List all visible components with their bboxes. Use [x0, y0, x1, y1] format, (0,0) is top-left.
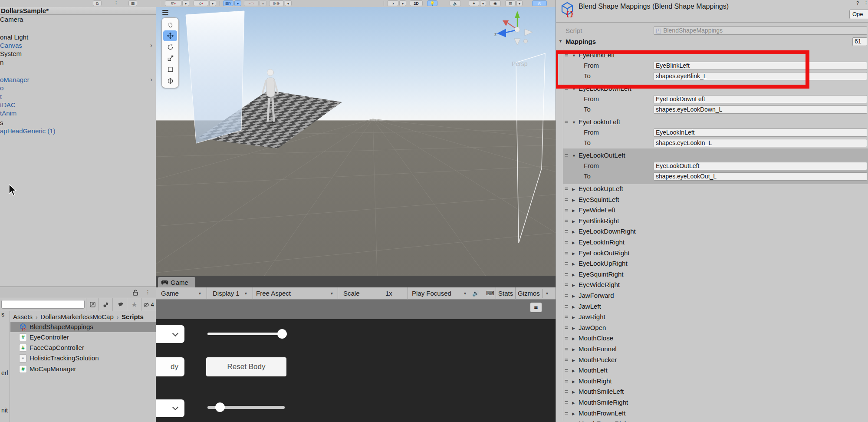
- mapping-item-header[interactable]: =▼EyeLookOutLeft: [564, 151, 867, 160]
- handle-rotation-dropdown[interactable]: ▾: [209, 0, 216, 6]
- foldout-open-icon[interactable]: ▼: [572, 118, 576, 127]
- mapping-item-header[interactable]: =▶JawRight: [564, 312, 867, 322]
- drag-handle-icon[interactable]: =: [565, 312, 568, 322]
- mapping-to-field[interactable]: shapes.eyeLookOut_L: [654, 172, 867, 181]
- foldout-closed-icon[interactable]: ▶: [572, 238, 575, 247]
- audio-toggle-button[interactable]: 🔈: [450, 0, 461, 6]
- tree-fragment[interactable]: erl: [1, 369, 8, 377]
- tree-fragment[interactable]: nit: [1, 406, 8, 415]
- drag-handle-icon[interactable]: =: [565, 355, 568, 365]
- expand-arrow-icon[interactable]: ›: [150, 76, 152, 84]
- mapping-item-header[interactable]: =▶EyeSquintRight: [564, 270, 867, 279]
- hierarchy-item[interactable]: n: [0, 58, 156, 66]
- hierarchy-item[interactable]: oManager›: [0, 76, 156, 84]
- foldout-closed-icon[interactable]: ▶: [572, 217, 575, 226]
- mapping-item-header[interactable]: =▼EyeLookInLeft: [564, 117, 867, 127]
- mapping-item-header[interactable]: =▶EyeWideLeft: [564, 205, 867, 215]
- avatar-dropdown-stub[interactable]: [156, 325, 184, 343]
- handle-rotation-button[interactable]: ⬦•: [194, 0, 208, 6]
- more-options-icon[interactable]: ⋮: [114, 0, 118, 6]
- project-file-row[interactable]: #FaceCapController: [10, 343, 156, 353]
- drag-handle-icon[interactable]: =: [565, 227, 568, 236]
- hand-tool-button[interactable]: [163, 19, 177, 30]
- reset-body-button[interactable]: Reset Body: [206, 357, 286, 376]
- gizmos-dropdown-icon[interactable]: ▾: [546, 287, 548, 300]
- shading-mode-dropdown[interactable]: ▾: [399, 0, 406, 6]
- mapping-from-field[interactable]: EyeLookInLeft: [654, 129, 867, 137]
- game-menu-button[interactable]: ≡: [530, 303, 542, 312]
- drag-handle-icon[interactable]: =: [565, 248, 568, 258]
- foldout-open-icon[interactable]: ▼: [572, 51, 576, 60]
- foldout-closed-icon[interactable]: ▶: [572, 345, 575, 354]
- mapping-item-header[interactable]: =▶MouthLeft: [564, 366, 867, 375]
- scene-header-row[interactable]: DollarsSample*: [0, 7, 156, 15]
- help-icon[interactable]: ?: [856, 0, 859, 6]
- foldout-closed-icon[interactable]: ▶: [572, 409, 575, 419]
- foldout-closed-icon[interactable]: ▶: [572, 280, 575, 290]
- increment-snap-dropdown[interactable]: ▾: [260, 0, 266, 6]
- foldout-closed-icon[interactable]: ▶: [572, 270, 575, 280]
- drag-handle-icon[interactable]: =: [565, 205, 568, 215]
- drag-handle-icon[interactable]: =: [565, 184, 568, 194]
- drag-handle-icon[interactable]: =: [565, 50, 568, 60]
- drag-handle-icon[interactable]: =: [565, 398, 568, 407]
- component-tools-button[interactable]: ◎: [532, 0, 547, 6]
- rotate-tool-button[interactable]: [163, 42, 177, 53]
- ruler-tool-dropdown[interactable]: ▾: [285, 0, 292, 6]
- 2d-toggle-button[interactable]: 2D: [410, 0, 423, 6]
- mapping-item-header[interactable]: =▼EyeLookDownLeft: [564, 84, 867, 93]
- chevron-down-icon[interactable]: ▾: [199, 287, 201, 300]
- reset-body-left-fragment[interactable]: dy: [156, 357, 184, 376]
- package-filter-icon[interactable]: [98, 298, 113, 311]
- foldout-closed-icon[interactable]: ▶: [572, 227, 575, 237]
- mapping-item-header[interactable]: =▶EyeLookUpRight: [564, 259, 867, 268]
- hierarchy-item[interactable]: Camera: [0, 15, 156, 23]
- chevron-down-icon[interactable]: ▾: [245, 287, 247, 300]
- script-field[interactable]: ◳ BlendShapeMappings: [654, 26, 867, 35]
- mapping-from-field[interactable]: EyeLookOutLeft: [654, 162, 867, 170]
- foldout-closed-icon[interactable]: ▶: [572, 313, 575, 322]
- hierarchy-item[interactable]: o: [0, 84, 156, 92]
- mapping-to-field[interactable]: shapes.eyeBlink_L: [654, 72, 867, 80]
- mapping-item-header[interactable]: =▶JawOpen: [564, 323, 867, 333]
- drag-handle-icon[interactable]: =: [565, 291, 568, 300]
- ruler-tool-button[interactable]: ⊪⊪: [269, 0, 284, 6]
- foldout-closed-icon[interactable]: ▶: [572, 249, 575, 258]
- handle-position-button[interactable]: ◱•: [165, 0, 181, 6]
- mapping-item-header[interactable]: =▶EyeLookDownRight: [564, 227, 867, 236]
- gizmos-button[interactable]: Gizmos: [518, 287, 540, 300]
- kebab-menu-icon[interactable]: ⋮: [864, 0, 868, 6]
- foldout-closed-icon[interactable]: ▶: [572, 323, 575, 333]
- favorites-filter-icon[interactable]: ★: [127, 298, 141, 311]
- lock-icon[interactable]: [133, 290, 138, 296]
- hierarchy-item[interactable]: System: [0, 49, 156, 58]
- foldout-closed-icon[interactable]: ▶: [572, 356, 575, 365]
- project-column-divider[interactable]: [10, 311, 10, 422]
- scale-tool-button[interactable]: [163, 53, 177, 64]
- project-kebab-icon[interactable]: ⋮: [145, 289, 151, 295]
- mappings-label[interactable]: Mappings: [566, 38, 596, 45]
- hierarchy-item[interactable]: [0, 67, 156, 75]
- hierarchy-item[interactable]: t: [0, 92, 156, 101]
- drag-handle-icon[interactable]: =: [565, 376, 568, 386]
- mapping-item-header[interactable]: =▶MouthFrownRight: [564, 419, 867, 422]
- tree-fragment[interactable]: s: [1, 310, 4, 319]
- foldout-open-icon[interactable]: ▼: [572, 84, 576, 94]
- expand-arrow-icon[interactable]: ›: [150, 41, 152, 49]
- hierarchy-item[interactable]: Canvas›: [0, 41, 156, 49]
- breadcrumb-assets[interactable]: Assets: [13, 313, 33, 320]
- mapping-from-field[interactable]: EyeLookDownLeft: [654, 95, 867, 103]
- hierarchy-item[interactable]: tAnim: [0, 109, 156, 117]
- drag-handle-icon[interactable]: =: [565, 151, 568, 160]
- mapping-item-header[interactable]: =▶EyeLookUpLeft: [564, 184, 867, 194]
- mapping-item-header[interactable]: =▶JawForward: [564, 291, 867, 300]
- mapping-item-header[interactable]: =▶MouthClose: [564, 333, 867, 343]
- effects-dropdown[interactable]: ▾: [480, 0, 486, 6]
- mapping-item-header[interactable]: =▶MouthFunnel: [564, 344, 867, 354]
- project-file-row[interactable]: ≡HolisticTrackingSolution: [10, 353, 156, 363]
- lighting-toggle-button[interactable]: 💡: [427, 0, 437, 6]
- perspective-label[interactable]: Persp: [512, 60, 528, 67]
- foldout-closed-icon[interactable]: ▶: [572, 259, 575, 269]
- search-in-icon[interactable]: [86, 298, 99, 311]
- camera-settings-dropdown[interactable]: ▾: [516, 0, 523, 6]
